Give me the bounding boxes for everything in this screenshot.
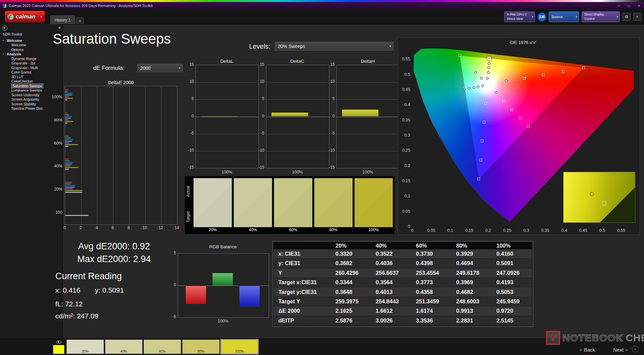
back-label: Back	[584, 347, 595, 353]
back-button[interactable]: « Back	[580, 346, 595, 353]
deltae-xtick: 2	[76, 225, 86, 230]
add-tab-button[interactable]: +	[76, 17, 84, 24]
cie-xtick: 0.1	[443, 228, 457, 233]
de-formula-dropdown[interactable]: 2000 ▾	[137, 63, 183, 72]
table-header-100%: 100%	[492, 242, 532, 249]
cie-measured-point	[488, 62, 490, 65]
deltal-ytick: 15	[184, 62, 194, 67]
deltah-ytick: -10	[325, 148, 335, 153]
window-titlebar: Calman 2022 Calman Ultimate for Business…	[0, 2, 644, 9]
cie-xtick: 0.55	[614, 228, 628, 233]
tree-expand-icon[interactable]: ▾	[3, 39, 5, 42]
sidebar-item-3d-lut[interactable]: 3D LUT	[1, 74, 62, 79]
deltal-ytick: -15	[184, 165, 194, 170]
footer-patch-40%[interactable]: 40%	[105, 340, 143, 354]
sidebar-collapse-icon[interactable]: ◀	[58, 26, 60, 29]
deltae-bar	[65, 136, 69, 137]
footer-patch-label-80%: 80%	[182, 350, 219, 353]
display-control-dropdown[interactable]: Direct Display Control ▾	[582, 11, 620, 22]
swatch-label-80%: 80%	[314, 227, 353, 232]
sidebar-item-options[interactable]: Options	[1, 47, 62, 52]
deltac-chart: DeltaC 100% 151050-5-10-15	[255, 59, 332, 176]
workspace-close-button[interactable]: ×	[633, 13, 641, 21]
tab-history-1[interactable]: History 1	[50, 15, 75, 24]
settings-gear-button[interactable]: ⚙	[623, 13, 631, 21]
deltal-bar	[201, 116, 238, 117]
table-cell: 0.3773	[411, 278, 451, 287]
sidebar-item-grayscale-multi[interactable]: Grayscale - Multi	[1, 65, 62, 70]
results-table: 20%40%60%80%100%x: CIE310.33200.35220.37…	[274, 242, 532, 325]
table-cell: 248.6003	[451, 297, 492, 306]
close-icon[interactable]: ×	[634, 2, 644, 9]
footer-patch-20%[interactable]: 20%	[66, 340, 104, 354]
meter-dropdown[interactable]: X-Rite i1Pro 2 Direct View ▾	[504, 11, 535, 22]
swatch-60%	[274, 178, 312, 227]
deltae-chart-title: DeltaE 2000	[65, 80, 177, 85]
sidebar-item-colorchecker-label: ColorChecker	[11, 79, 33, 83]
table-row: Target Y259.3975254.8443251.3459248.6003…	[274, 297, 532, 306]
maximize-icon[interactable]: □	[624, 2, 634, 9]
cie-xtick: 0.25	[500, 228, 514, 233]
table-row: ΔE 20002.16251.66121.61740.99130.9720	[274, 306, 532, 316]
cie-xtick: 0.2	[482, 228, 495, 233]
table-cell: 3.3536	[411, 316, 451, 325]
swatch-80%	[314, 178, 353, 227]
calman-logo-text: calman	[16, 13, 36, 20]
sidebar-item-grayscale-2pt-label: Grayscale - 2pt	[11, 61, 35, 65]
deltah-ytick: 15	[325, 62, 335, 67]
deltal-ytick: -5	[184, 131, 194, 136]
gridline	[266, 134, 329, 134]
source-label: Source	[551, 14, 573, 19]
sidebar-item-grayscale-2pt[interactable]: Grayscale - 2pt	[1, 61, 62, 66]
deltae-bar	[65, 160, 70, 161]
gridline	[266, 151, 329, 151]
source-dropdown[interactable]: Source ▾	[549, 11, 579, 22]
table-cell: 2.1625	[331, 306, 371, 316]
cie-xtick: 0.05	[425, 228, 438, 233]
deltae-xtick: 6	[108, 225, 118, 230]
swatch-label-40%: 40%	[234, 227, 272, 232]
levels-value: 20% Sweeps	[278, 44, 305, 49]
sidebar-item-color-gamut[interactable]: Color Gamut	[1, 70, 62, 75]
deltal-ytick: 0	[184, 114, 194, 118]
table-row: Target x:CIE310.33440.35640.37730.39690.…	[274, 278, 532, 287]
cie-xtick: 0.15	[463, 228, 476, 233]
footer-patch-60%[interactable]: 60%	[144, 340, 181, 354]
table-cell: 245.9459	[492, 297, 532, 306]
deltal-plot	[196, 65, 259, 168]
table-cell: 0.4160	[492, 249, 532, 259]
footer-patch-100%[interactable]: 100%	[221, 340, 258, 354]
current-x-readout: x: 0.416	[55, 286, 80, 294]
table-row-label: Target y:CIE31	[274, 287, 331, 297]
cie-target-point	[477, 178, 480, 180]
table-cell: 1.6174	[411, 306, 451, 316]
next-label: Next	[613, 347, 624, 353]
table-cell: 0.4013	[371, 287, 411, 297]
gridline	[196, 99, 259, 100]
cie-ytick: 0.35	[398, 118, 410, 122]
levels-label: Levels:	[231, 43, 270, 50]
sidebar-item-analysis[interactable]: ▾Analysis	[1, 52, 62, 57]
sidebar-menu-icon[interactable]	[2, 26, 7, 31]
eye-icon[interactable]	[53, 340, 64, 344]
table-cell: 0.4193	[492, 278, 532, 287]
footer-patch-80%[interactable]: 80%	[182, 340, 220, 354]
calman-menu-button[interactable]: calman ▾	[5, 11, 45, 22]
tree-expand-icon[interactable]: ▾	[3, 53, 5, 55]
deltac-plot	[266, 65, 329, 168]
table-cell: 0.4398	[411, 259, 451, 268]
sidebar-item-grayscale-multi-label: Grayscale - Multi	[11, 66, 38, 70]
more-button[interactable]: »	[632, 346, 639, 352]
deltae-group-label: 80%	[47, 118, 62, 122]
minimize-icon[interactable]: ─	[614, 2, 624, 9]
levels-dropdown[interactable]: 20% Sweeps ▾	[274, 41, 394, 51]
next-button[interactable]: Next »	[613, 346, 628, 353]
table-cell: 3.0026	[371, 316, 411, 325]
swatch-strip: Actual Target 20%40%60%80%100%	[184, 176, 395, 234]
deltae-group-label: 20%	[47, 187, 62, 192]
table-cell: 253.4554	[411, 268, 451, 277]
notebookcheck-watermark: V NOTEBOOK CHECK	[546, 331, 644, 345]
sidebar-item-dynamic-range[interactable]: Dynamic Range	[1, 56, 62, 61]
current-y-readout: y: 0.5091	[95, 286, 124, 294]
table-row: y: CIE310.36820.40360.43980.46940.5091	[274, 259, 532, 268]
